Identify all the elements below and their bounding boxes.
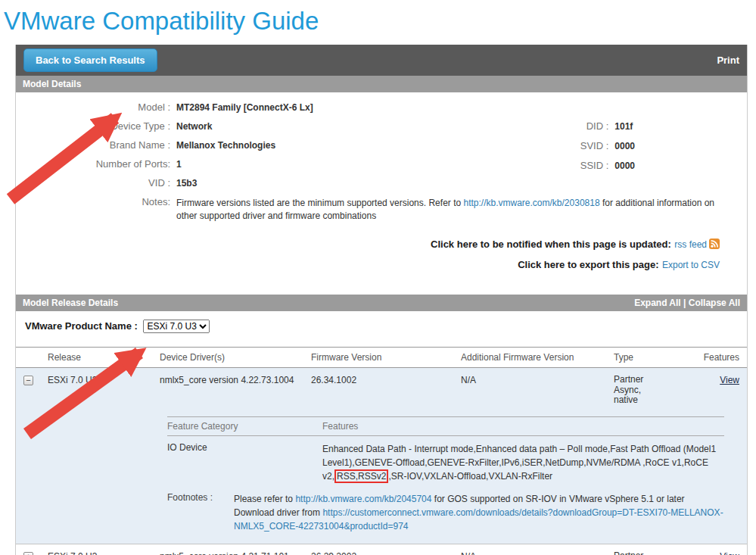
ports-value: 1: [176, 158, 182, 170]
toolbar: Back to Search Results Print: [16, 45, 747, 76]
model-details-header: Model Details: [16, 76, 747, 92]
model-release-section: VMware Product Name : ESXi 7.0 U3 Releas…: [16, 311, 747, 555]
device-id-block: DID : 101f SVID : 0000 SSID : 0000: [575, 120, 635, 179]
row1-view-features-link[interactable]: View: [720, 375, 739, 385]
expand-collapse-controls: Expand All | Collapse All: [634, 298, 740, 308]
row2-driver: nmlx5_core version 4.21.71.101: [160, 551, 311, 555]
footnote1-text-after: for GOS supported on SR-IOV in VMware vS…: [431, 494, 684, 504]
model-release-details-header: Model Release Details Expand All | Colla…: [16, 295, 747, 311]
device-type-label: Device Type :: [16, 120, 176, 132]
main-panel: Back to Search Results Print Model Detai…: [15, 45, 748, 555]
annotation-highlight-box: RSS,RSSv2: [334, 469, 388, 483]
footnotes-text: Please refer to http://kb.vmware.com/kb/…: [234, 492, 724, 533]
row2-type: Partner Async, native: [614, 551, 656, 555]
expand-all-link[interactable]: Expand All: [634, 298, 681, 308]
notify-label: Click here to be notified when this page…: [431, 239, 671, 250]
feature-category-header: Feature Category: [167, 421, 322, 432]
feature-subtable-row: IO Device Enhanced Data Path - Interrupt…: [167, 442, 724, 483]
footnotes-row: Footnotes : Please refer to http://kb.vm…: [167, 492, 724, 533]
row1-type: Partner Async, native: [614, 375, 656, 406]
row1-main: − ESXi 7.0 U3 nmlx5_core version 4.22.73…: [16, 368, 747, 413]
notes-text-before: Firmware versions listed are the minimum…: [176, 198, 463, 208]
row2-view-features-link[interactable]: View: [720, 551, 739, 555]
ports-label: Number of Ports:: [16, 158, 176, 170]
rss-feed-link[interactable]: rss feed: [674, 239, 707, 250]
did-label: DID :: [575, 120, 614, 132]
features-list: Enhanced Data Path - Interrupt mode,Enha…: [322, 442, 724, 483]
row1-firmware: 26.34.1002: [311, 375, 461, 406]
row2-release: ESXi 7.0 U3: [48, 551, 160, 555]
vid-value: 15b3: [176, 177, 197, 189]
driver-column-header: Device Driver(s): [160, 352, 311, 363]
expand-row-button[interactable]: +: [23, 552, 33, 555]
collapse-row-button[interactable]: −: [23, 376, 33, 385]
collapse-all-link[interactable]: Collapse All: [689, 298, 740, 308]
row2-main: + ESXi 7.0 U3 nmlx5_core version 4.21.71…: [16, 544, 747, 555]
svid-row: SVID : 0000: [575, 140, 635, 151]
firmware-column-header: Firmware Version: [311, 352, 461, 363]
additional-firmware-column-header: Additional Firmware Version: [461, 352, 614, 363]
model-value: MT2894 Family [ConnectX-6 Lx]: [176, 101, 313, 113]
expand-collapse-separator: |: [681, 298, 689, 308]
brand-name-value: Mellanox Technologies: [176, 139, 275, 151]
svid-label: SVID :: [575, 140, 614, 151]
detail-row-notes: Notes: Firmware versions listed are the …: [16, 196, 733, 223]
svid-value: 0000: [614, 140, 635, 151]
product-name-row: VMware Product Name : ESXi 7.0 U3: [16, 311, 747, 341]
export-line: Click here to export this page: Export t…: [16, 257, 720, 271]
model-details-section: Model : MT2894 Family [ConnectX-6 Lx] De…: [16, 92, 747, 295]
row1-driver: nmlx5_core version 4.22.73.1004: [160, 375, 311, 406]
footnotes-label: Footnotes :: [167, 492, 234, 533]
back-to-search-results-button[interactable]: Back to Search Results: [23, 48, 157, 72]
vid-label: VID :: [16, 177, 176, 189]
expander-column-header: [16, 352, 48, 363]
rss-icon[interactable]: [709, 239, 720, 252]
release-column-header: Release: [48, 352, 160, 363]
kb-2030818-link[interactable]: http://kb.vmware.com/kb/2030818: [463, 198, 599, 208]
row1-additional-firmware: N/A: [461, 375, 614, 406]
print-link[interactable]: Print: [717, 55, 739, 66]
footnote1-text-before: Please refer to: [234, 494, 295, 504]
ssid-label: SSID :: [575, 160, 614, 171]
table-row: − ESXi 7.0 U3 nmlx5_core version 4.22.73…: [16, 368, 747, 544]
model-release-details-title: Model Release Details: [23, 298, 118, 308]
page-actions: Click here to be notified when this page…: [16, 231, 733, 287]
brand-name-label: Brand Name :: [16, 139, 176, 151]
ssid-value: 0000: [614, 160, 635, 171]
model-details-title: Model Details: [23, 79, 81, 89]
notes-value: Firmware versions listed are the minimum…: [176, 196, 733, 223]
ssid-row: SSID : 0000: [575, 160, 635, 171]
page-title: VMware Compatibility Guide: [4, 7, 756, 36]
did-value: 101f: [614, 120, 633, 132]
feature-subtable-header: Feature Category Features: [167, 416, 724, 436]
io-device-category: IO Device: [167, 442, 322, 483]
table-row: + ESXi 7.0 U3 nmlx5_core version 4.21.71…: [16, 544, 747, 555]
kb-2045704-link[interactable]: http://kb.vmware.com/kb/2045704: [295, 494, 431, 504]
row1-release: ESXi 7.0 U3: [48, 375, 160, 406]
type-column-header: Type: [614, 352, 703, 363]
notes-label: Notes:: [16, 196, 176, 223]
product-name-label: VMware Product Name :: [25, 320, 138, 332]
footnote2-text-before: Download driver from: [234, 507, 322, 518]
did-row: DID : 101f: [575, 120, 635, 132]
features-header: Features: [322, 421, 724, 432]
vmware-product-select[interactable]: ESXi 7.0 U3: [143, 320, 210, 333]
row2-firmware: 26.29.2002: [311, 551, 461, 555]
features-column-header: Features: [703, 352, 747, 363]
table-header-row: Release Device Driver(s) Firmware Versio…: [16, 347, 747, 368]
rss-line: Click here to be notified when this page…: [16, 237, 720, 252]
detail-row-model: Model : MT2894 Family [ConnectX-6 Lx]: [16, 101, 733, 113]
release-table: Release Device Driver(s) Firmware Versio…: [16, 347, 747, 555]
device-type-value: Network: [176, 120, 212, 132]
export-to-csv-link[interactable]: Export to CSV: [662, 260, 720, 270]
model-label: Model :: [16, 101, 176, 113]
row2-additional-firmware: N/A: [461, 551, 614, 555]
export-label: Click here to export this page:: [518, 259, 658, 270]
features-text-after: ,SR-IOV,VXLAN-Offload,VXLAN-RxFilter: [388, 471, 552, 482]
